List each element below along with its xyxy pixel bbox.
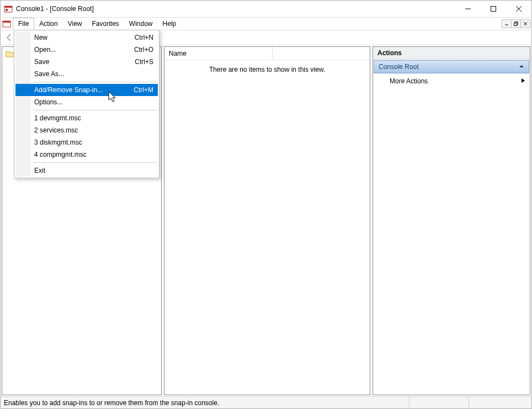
svg-rect-4 xyxy=(491,7,496,12)
mdi-close-button[interactable] xyxy=(520,19,530,28)
mdi-controls xyxy=(502,18,531,30)
system-menu-icon[interactable] xyxy=(1,18,13,30)
submenu-arrow-icon xyxy=(521,77,525,85)
menu-item-open[interactable]: Open... Ctrl+O xyxy=(15,44,158,56)
svg-rect-1 xyxy=(4,6,12,8)
svg-rect-8 xyxy=(3,21,10,23)
column-name[interactable]: Name xyxy=(164,47,273,60)
menu-bar: File Action View Favorites Window Help xyxy=(1,17,531,30)
actions-section-label: Console Root xyxy=(379,63,419,71)
more-actions-item[interactable]: More Actions xyxy=(373,74,530,88)
menu-item-save-as[interactable]: Save As... xyxy=(15,68,158,80)
folder-icon xyxy=(6,50,14,57)
mdi-minimize-button[interactable] xyxy=(502,19,512,28)
menu-separator xyxy=(33,82,157,82)
mdi-restore-button[interactable] xyxy=(511,19,521,28)
svg-rect-11 xyxy=(514,23,517,26)
list-empty-message: There are no items to show in this view. xyxy=(164,60,370,395)
more-actions-label: More Actions xyxy=(390,77,428,85)
menu-action[interactable]: Action xyxy=(34,18,62,30)
actions-pane: Actions Console Root More Actions xyxy=(373,46,530,395)
svg-rect-2 xyxy=(6,9,8,11)
list-pane[interactable]: Name There are no items to show in this … xyxy=(164,46,370,395)
menu-help[interactable]: Help xyxy=(158,18,182,30)
status-cell xyxy=(469,397,528,408)
status-bar: Enables you to add snap-ins to or remove… xyxy=(1,396,531,408)
menu-item-exit[interactable]: Exit xyxy=(15,164,158,177)
menu-item-new[interactable]: New Ctrl+N xyxy=(15,31,158,44)
app-icon xyxy=(4,4,13,13)
maximize-button[interactable] xyxy=(481,1,506,17)
menu-separator xyxy=(33,162,157,163)
menu-separator xyxy=(33,110,157,110)
list-header: Name xyxy=(164,47,370,60)
menu-item-recent-1[interactable]: 1 devmgmt.msc xyxy=(15,112,158,124)
minimize-button[interactable] xyxy=(455,1,481,17)
menu-view[interactable]: View xyxy=(63,18,87,30)
actions-section-header[interactable]: Console Root xyxy=(374,60,529,73)
actions-title: Actions xyxy=(373,47,530,60)
menu-item-recent-2[interactable]: 2 services.msc xyxy=(15,124,158,136)
menu-item-recent-4[interactable]: 4 compmgmt.msc xyxy=(15,148,158,161)
status-cell xyxy=(409,397,469,408)
menu-item-add-remove-snapin[interactable]: Add/Remove Snap-in... Ctrl+M xyxy=(15,84,158,96)
menu-window[interactable]: Window xyxy=(124,18,158,30)
status-text: Enables you to add snap-ins to or remove… xyxy=(4,399,219,407)
menu-file[interactable]: File xyxy=(13,18,34,30)
close-button[interactable] xyxy=(506,1,531,17)
menu-item-save[interactable]: Save Ctrl+S xyxy=(15,56,158,68)
menu-item-recent-3[interactable]: 3 diskmgmt.msc xyxy=(15,136,158,148)
menu-item-options[interactable]: Options... xyxy=(15,96,158,108)
title-bar: Console1 - [Console Root] xyxy=(1,1,531,17)
menu-favorites[interactable]: Favorites xyxy=(87,18,124,30)
window-title: Console1 - [Console Root] xyxy=(16,5,94,13)
file-dropdown: New Ctrl+N Open... Ctrl+O Save Ctrl+S Sa… xyxy=(14,30,159,178)
collapse-icon xyxy=(519,63,524,71)
